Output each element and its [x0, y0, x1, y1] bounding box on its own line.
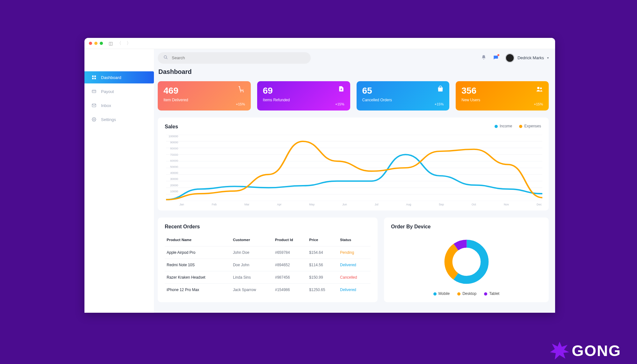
search-icon	[163, 55, 168, 61]
orders-table: Product NameCustomerProduct IdPriceStatu…	[165, 235, 371, 296]
cell-price: $1250.65	[307, 284, 338, 296]
svg-rect-4	[94, 75, 96, 77]
table-row[interactable]: Apple Airpod ProJohn Doe#659784$154.64Pe…	[165, 246, 371, 259]
cart-icon	[238, 86, 245, 94]
user-name: Dedrick Marks	[518, 55, 544, 60]
stat-pct: +15%	[534, 102, 543, 106]
col-product-name: Product Name	[165, 235, 231, 246]
stat-card-new-users[interactable]: 356New Users+15%	[456, 81, 549, 111]
cell-status: Cancelled	[338, 271, 371, 284]
gear-icon	[91, 117, 97, 122]
cell-id: #659784	[273, 246, 307, 259]
svg-rect-6	[94, 78, 96, 79]
sales-title: Sales	[165, 124, 542, 130]
stat-pct: +15%	[236, 102, 245, 106]
sales-panel: Sales Income Expenses 100000900008000070…	[158, 118, 549, 211]
col-product-id: Product Id	[273, 235, 307, 246]
stat-value: 69	[263, 86, 290, 95]
mail-icon	[91, 103, 97, 108]
legend-tablet: Tablet	[484, 291, 499, 296]
search-box[interactable]	[158, 52, 311, 64]
legend-mobile: Mobile	[433, 291, 450, 296]
app-topbar: Dedrick Marks ▾	[158, 49, 549, 67]
svg-rect-5	[92, 78, 94, 79]
sales-chart	[166, 135, 542, 201]
device-legend: Mobile Desktop Tablet	[391, 291, 542, 296]
stat-card-cancelled-orders[interactable]: 65Cancelled Orders+15%	[357, 81, 450, 111]
svg-point-28	[448, 244, 485, 280]
table-row[interactable]: Redmi Note 10SDoe John#894652$114.56Deli…	[165, 259, 371, 271]
sidebar-item-label: Payout	[101, 89, 114, 94]
notifications-icon[interactable]	[481, 55, 486, 61]
stat-label: New Users	[461, 98, 480, 102]
minimize-dot[interactable]	[94, 42, 98, 45]
zoom-dot[interactable]	[100, 42, 103, 45]
sidebar-item-label: Dashboard	[101, 75, 121, 80]
bag-icon	[437, 86, 444, 94]
cell-price: $114.56	[307, 259, 338, 271]
refund-icon	[338, 86, 344, 94]
sales-legend: Income Expenses	[495, 124, 541, 128]
stat-card-items-refunded[interactable]: 69Items Refunded+15%	[257, 81, 350, 111]
svg-point-10	[93, 119, 95, 120]
sidebar-item-label: Settings	[101, 117, 116, 122]
nav-forward-icon[interactable]: 〉	[126, 40, 132, 46]
cell-price: $154.64	[307, 246, 338, 259]
cell-status: Delivered	[338, 284, 371, 296]
search-input[interactable]	[172, 55, 305, 60]
stat-label: Item Delivered	[163, 98, 188, 102]
stat-card-item-delivered[interactable]: 469Item Delivered+15%	[158, 81, 251, 111]
users-icon	[536, 86, 543, 94]
device-donut-chart	[443, 238, 490, 286]
window-dots	[89, 42, 103, 45]
sidebar-item-dashboard[interactable]: Dashboard	[84, 71, 154, 83]
close-dot[interactable]	[89, 42, 92, 45]
sidebar-item-settings[interactable]: Settings	[84, 113, 154, 125]
cell-status: Delivered	[338, 259, 371, 271]
stat-label: Cancelled Orders	[362, 98, 392, 102]
nav-back-icon[interactable]: 〈	[116, 40, 122, 46]
svg-point-11	[240, 91, 241, 92]
cell-product: Apple Airpod Pro	[165, 246, 231, 259]
table-row[interactable]: iPhone 12 Pro MaxJack Sparrow#154986$125…	[165, 284, 371, 296]
cell-product: Razer Kraken Headset	[165, 271, 231, 284]
svg-rect-3	[92, 75, 94, 77]
cell-product: iPhone 12 Pro Max	[165, 284, 231, 296]
browser-titlebar: ◫ 〈 〉	[84, 38, 555, 49]
cell-id: #987456	[273, 271, 307, 284]
app-window: ◫ 〈 〉 Dedrick Marks ▾	[84, 38, 555, 313]
messages-icon[interactable]	[493, 55, 498, 61]
sidebar-item-payout[interactable]: Payout	[84, 85, 154, 97]
main-content: Dashboard 469Item Delivered+15%69Items R…	[158, 68, 549, 313]
cell-customer: Linda Sins	[231, 271, 273, 284]
col-price: Price	[307, 235, 338, 246]
sales-x-axis: JanFebMarAprMayJunJulAugSepOctNovDec	[179, 203, 542, 206]
sidebar-item-inbox[interactable]: Inbox	[84, 99, 154, 111]
stat-cards-row: 469Item Delivered+15%69Items Refunded+15…	[158, 81, 549, 111]
cell-id: #894652	[273, 259, 307, 271]
recent-orders-panel: Recent Orders Product NameCustomerProduc…	[158, 218, 378, 302]
cell-product: Redmi Note 10S	[165, 259, 231, 271]
stat-value: 65	[362, 86, 392, 95]
cell-id: #154986	[273, 284, 307, 296]
svg-line-2	[166, 58, 168, 59]
avatar	[505, 54, 514, 62]
legend-expenses: Expenses	[519, 124, 541, 128]
svg-rect-7	[92, 90, 96, 93]
device-title: Order By Device	[391, 224, 542, 230]
gong-logo: GONG	[550, 341, 621, 360]
stat-pct: +15%	[435, 102, 444, 106]
svg-point-14	[540, 88, 542, 89]
cell-status: Pending	[338, 246, 371, 259]
user-menu[interactable]: Dedrick Marks ▾	[505, 54, 549, 62]
svg-point-13	[537, 87, 539, 89]
sidebar-item-label: Inbox	[101, 103, 111, 108]
chevron-down-icon: ▾	[547, 56, 549, 60]
cell-customer: Doe John	[231, 259, 273, 271]
col-status: Status	[338, 235, 371, 246]
sidebar-toggle-icon[interactable]: ◫	[109, 41, 113, 46]
stat-value: 469	[163, 86, 188, 95]
table-row[interactable]: Razer Kraken HeadsetLinda Sins#987456$15…	[165, 271, 371, 284]
svg-marker-0	[550, 342, 569, 360]
order-by-device-panel: Order By Device Mobile Desktop Tablet	[384, 218, 549, 302]
